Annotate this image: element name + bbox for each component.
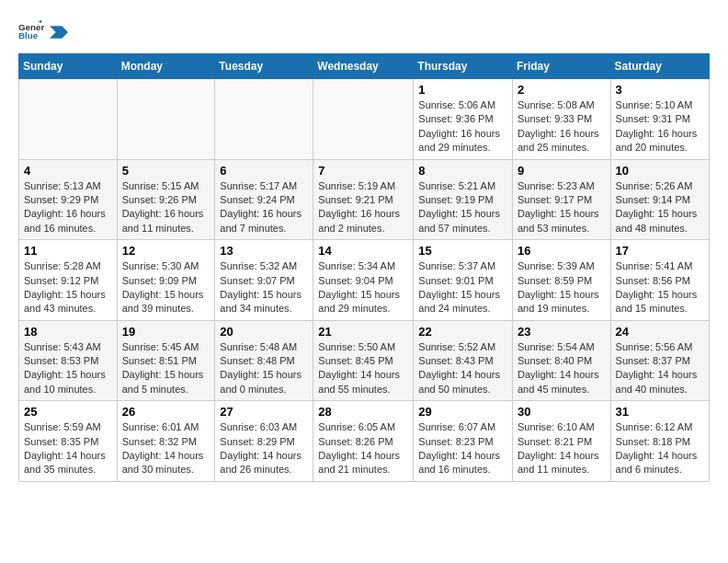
calendar-cell: 28Sunrise: 6:05 AM Sunset: 8:26 PM Dayli… [313, 401, 414, 482]
cell-content: Sunrise: 5:08 AM Sunset: 9:33 PM Dayligh… [518, 98, 606, 155]
calendar-cell [313, 79, 414, 160]
cell-content: Sunrise: 6:12 AM Sunset: 8:18 PM Dayligh… [616, 420, 704, 477]
day-number: 25 [24, 405, 112, 419]
logo-arrow-icon [50, 25, 68, 40]
cell-content: Sunrise: 5:50 AM Sunset: 8:45 PM Dayligh… [318, 340, 408, 397]
calendar-cell: 10Sunrise: 5:26 AM Sunset: 9:14 PM Dayli… [610, 159, 709, 240]
weekday-header: Thursday [414, 54, 513, 79]
svg-text:Blue: Blue [18, 30, 39, 40]
cell-content: Sunrise: 6:05 AM Sunset: 8:26 PM Dayligh… [318, 420, 408, 477]
calendar-cell: 27Sunrise: 6:03 AM Sunset: 8:29 PM Dayli… [215, 401, 313, 482]
day-number: 2 [518, 83, 606, 97]
calendar-cell: 30Sunrise: 6:10 AM Sunset: 8:21 PM Dayli… [512, 401, 610, 482]
calendar-cell: 3Sunrise: 5:10 AM Sunset: 9:31 PM Daylig… [610, 79, 709, 160]
cell-content: Sunrise: 5:17 AM Sunset: 9:24 PM Dayligh… [220, 179, 308, 236]
calendar-cell: 11Sunrise: 5:28 AM Sunset: 9:12 PM Dayli… [19, 240, 118, 321]
day-number: 31 [616, 405, 704, 419]
cell-content: Sunrise: 5:54 AM Sunset: 8:40 PM Dayligh… [518, 340, 606, 397]
cell-content: Sunrise: 6:03 AM Sunset: 8:29 PM Dayligh… [220, 420, 308, 477]
cell-content: Sunrise: 5:59 AM Sunset: 8:35 PM Dayligh… [24, 420, 112, 477]
day-number: 13 [220, 244, 308, 258]
calendar-week-row: 11Sunrise: 5:28 AM Sunset: 9:12 PM Dayli… [19, 240, 710, 321]
cell-content: Sunrise: 6:10 AM Sunset: 8:21 PM Dayligh… [518, 420, 606, 477]
cell-content: Sunrise: 5:26 AM Sunset: 9:14 PM Dayligh… [616, 179, 704, 236]
calendar-cell: 1Sunrise: 5:06 AM Sunset: 9:36 PM Daylig… [414, 79, 513, 160]
day-number: 19 [122, 325, 210, 339]
weekday-header: Friday [512, 54, 610, 79]
calendar-cell [215, 79, 313, 160]
calendar-cell [19, 79, 118, 160]
day-number: 30 [518, 405, 606, 419]
day-number: 15 [418, 244, 507, 258]
calendar-week-row: 25Sunrise: 5:59 AM Sunset: 8:35 PM Dayli… [19, 401, 710, 482]
calendar-cell: 14Sunrise: 5:34 AM Sunset: 9:04 PM Dayli… [313, 240, 414, 321]
calendar-cell: 23Sunrise: 5:54 AM Sunset: 8:40 PM Dayli… [512, 320, 610, 401]
calendar-cell: 18Sunrise: 5:43 AM Sunset: 8:53 PM Dayli… [19, 320, 118, 401]
weekday-header: Saturday [610, 54, 709, 79]
cell-content: Sunrise: 5:06 AM Sunset: 9:36 PM Dayligh… [418, 98, 507, 155]
day-number: 8 [418, 164, 507, 178]
header: General Blue [18, 18, 710, 44]
day-number: 16 [518, 244, 606, 258]
calendar-cell: 2Sunrise: 5:08 AM Sunset: 9:33 PM Daylig… [512, 79, 610, 160]
cell-content: Sunrise: 5:39 AM Sunset: 8:59 PM Dayligh… [518, 259, 606, 316]
calendar-cell: 17Sunrise: 5:41 AM Sunset: 8:56 PM Dayli… [610, 240, 709, 321]
day-number: 1 [418, 83, 507, 97]
day-number: 22 [418, 325, 507, 339]
calendar-cell: 6Sunrise: 5:17 AM Sunset: 9:24 PM Daylig… [215, 159, 313, 240]
day-number: 3 [616, 83, 704, 97]
cell-content: Sunrise: 5:28 AM Sunset: 9:12 PM Dayligh… [24, 259, 112, 316]
day-number: 26 [122, 405, 210, 419]
logo-icon: General Blue [18, 18, 44, 44]
day-number: 27 [220, 405, 308, 419]
calendar-cell: 12Sunrise: 5:30 AM Sunset: 9:09 PM Dayli… [117, 240, 215, 321]
day-number: 20 [220, 325, 308, 339]
day-number: 21 [318, 325, 408, 339]
weekday-header: Monday [117, 54, 215, 79]
day-number: 6 [220, 164, 308, 178]
calendar-cell: 21Sunrise: 5:50 AM Sunset: 8:45 PM Dayli… [313, 320, 414, 401]
day-number: 14 [318, 244, 408, 258]
cell-content: Sunrise: 5:45 AM Sunset: 8:51 PM Dayligh… [122, 340, 210, 397]
calendar-week-row: 4Sunrise: 5:13 AM Sunset: 9:29 PM Daylig… [19, 159, 710, 240]
day-number: 10 [616, 164, 704, 178]
cell-content: Sunrise: 5:15 AM Sunset: 9:26 PM Dayligh… [122, 179, 210, 236]
calendar-header-row: SundayMondayTuesdayWednesdayThursdayFrid… [19, 54, 710, 79]
weekday-header: Sunday [19, 54, 118, 79]
calendar-cell: 20Sunrise: 5:48 AM Sunset: 8:48 PM Dayli… [215, 320, 313, 401]
cell-content: Sunrise: 5:23 AM Sunset: 9:17 PM Dayligh… [518, 179, 606, 236]
cell-content: Sunrise: 5:34 AM Sunset: 9:04 PM Dayligh… [318, 259, 408, 316]
calendar-cell: 8Sunrise: 5:21 AM Sunset: 9:19 PM Daylig… [414, 159, 513, 240]
day-number: 24 [616, 325, 704, 339]
calendar: SundayMondayTuesdayWednesdayThursdayFrid… [18, 53, 710, 482]
day-number: 17 [616, 244, 704, 258]
day-number: 5 [122, 164, 210, 178]
cell-content: Sunrise: 5:41 AM Sunset: 8:56 PM Dayligh… [616, 259, 704, 316]
calendar-cell: 19Sunrise: 5:45 AM Sunset: 8:51 PM Dayli… [117, 320, 215, 401]
calendar-cell: 16Sunrise: 5:39 AM Sunset: 8:59 PM Dayli… [512, 240, 610, 321]
svg-marker-3 [50, 26, 68, 38]
day-number: 4 [24, 164, 112, 178]
day-number: 29 [418, 405, 507, 419]
calendar-cell: 5Sunrise: 5:15 AM Sunset: 9:26 PM Daylig… [117, 159, 215, 240]
cell-content: Sunrise: 5:48 AM Sunset: 8:48 PM Dayligh… [220, 340, 308, 397]
day-number: 9 [518, 164, 606, 178]
calendar-cell: 24Sunrise: 5:56 AM Sunset: 8:37 PM Dayli… [610, 320, 709, 401]
cell-content: Sunrise: 5:19 AM Sunset: 9:21 PM Dayligh… [318, 179, 408, 236]
weekday-header: Tuesday [215, 54, 313, 79]
calendar-cell: 13Sunrise: 5:32 AM Sunset: 9:07 PM Dayli… [215, 240, 313, 321]
cell-content: Sunrise: 5:37 AM Sunset: 9:01 PM Dayligh… [418, 259, 507, 316]
cell-content: Sunrise: 5:13 AM Sunset: 9:29 PM Dayligh… [24, 179, 112, 236]
cell-content: Sunrise: 5:10 AM Sunset: 9:31 PM Dayligh… [616, 98, 704, 155]
day-number: 18 [24, 325, 112, 339]
calendar-cell: 29Sunrise: 6:07 AM Sunset: 8:23 PM Dayli… [414, 401, 513, 482]
cell-content: Sunrise: 5:52 AM Sunset: 8:43 PM Dayligh… [418, 340, 507, 397]
day-number: 11 [24, 244, 112, 258]
cell-content: Sunrise: 5:43 AM Sunset: 8:53 PM Dayligh… [24, 340, 112, 397]
calendar-cell: 7Sunrise: 5:19 AM Sunset: 9:21 PM Daylig… [313, 159, 414, 240]
calendar-week-row: 1Sunrise: 5:06 AM Sunset: 9:36 PM Daylig… [19, 79, 710, 160]
day-number: 23 [518, 325, 606, 339]
weekday-header: Wednesday [313, 54, 414, 79]
calendar-cell: 25Sunrise: 5:59 AM Sunset: 8:35 PM Dayli… [19, 401, 118, 482]
calendar-cell: 4Sunrise: 5:13 AM Sunset: 9:29 PM Daylig… [19, 159, 118, 240]
